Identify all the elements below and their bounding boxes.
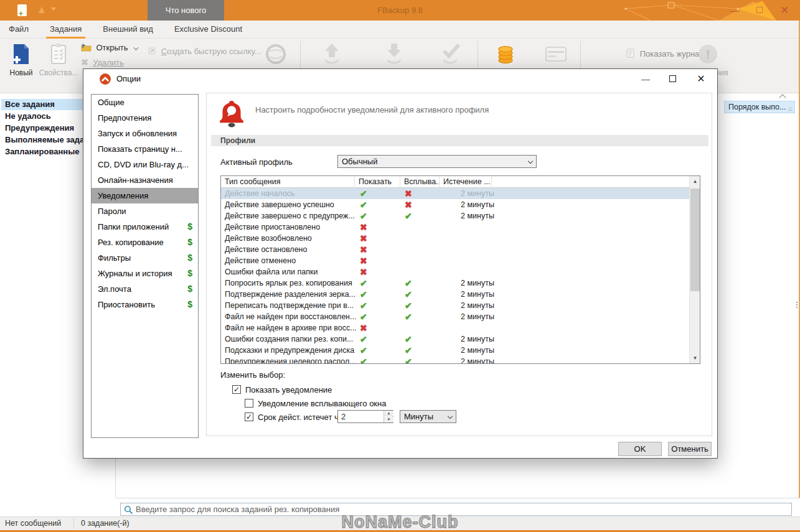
table-row[interactable]: Ошибки создания папки рез. копи...✔✔2 ми… (221, 334, 690, 345)
table-row[interactable]: Файл не найден в архиве при восс...✖ (221, 322, 690, 334)
cross-icon: ✖ (360, 233, 367, 244)
pane-splitter-handle[interactable] (796, 301, 798, 309)
check-icon: ✔ (360, 188, 367, 199)
notifications-panel: Настроить подробности уведомлений для ак… (206, 93, 712, 436)
cancel-button[interactable]: Отменить (668, 442, 712, 456)
message-type-cell: Ошибки файла или папки (225, 266, 318, 278)
order-column-header[interactable]: Порядок выпо... △ (724, 101, 795, 113)
expire-cell: 2 минуты (461, 188, 494, 199)
dollar-icon: $ (187, 281, 192, 297)
table-row[interactable]: Предупреждения целевого распол...✔✔2 мин… (221, 356, 690, 364)
category-label: Показать страницу н... (98, 144, 182, 154)
table-row[interactable]: Действие возобновлено✖ (221, 233, 690, 244)
category-item[interactable]: Показать страницу н... (92, 141, 198, 157)
ok-button[interactable]: OK (618, 442, 662, 456)
category-item[interactable]: Запуск и обновления (92, 126, 198, 141)
category-item[interactable]: Журналы и история$ (92, 266, 198, 281)
chevron-down-icon (528, 159, 533, 164)
expire-cell: 2 минуты (461, 356, 494, 364)
menu-item-Файл[interactable]: Файл (5, 21, 32, 39)
menu-item-Exclusive Discount[interactable]: Exclusive Discount (171, 21, 246, 39)
column-header[interactable]: Истечение ... (440, 176, 492, 188)
search-row: Введите запрос для поиска заданий рез. к… (116, 498, 800, 516)
table-row[interactable]: Действие завершено с предупреж...✔✔2 мин… (221, 210, 690, 222)
category-item[interactable]: Эл.почта$ (92, 281, 198, 297)
check-icon: ✔ (405, 210, 412, 222)
category-item[interactable]: CD, DVD или Blu-ray д... (92, 157, 198, 172)
whats-new-tab[interactable]: Что нового (148, 0, 224, 21)
show-notification-checkbox[interactable]: ✓ (232, 385, 241, 394)
restore-down-arrow-icon (377, 41, 412, 67)
category-label: Эл.почта (98, 284, 131, 294)
table-row[interactable]: Ошибки файла или папки✖ (221, 266, 690, 278)
scroll-down-icon[interactable]: ▼ (690, 353, 700, 363)
check-icon: ✔ (360, 289, 367, 300)
window-minimize-button[interactable]: — (724, 0, 745, 21)
category-item[interactable]: Фильтры$ (92, 250, 198, 266)
new-task-button[interactable]: Новый (4, 40, 39, 91)
check-icon: ✔ (405, 356, 412, 364)
table-row[interactable]: Подтверждение разделения зерка...✔✔2 мин… (221, 289, 690, 300)
table-row[interactable]: Действие остановлено✖ (221, 244, 690, 255)
app-window: ▲ Что нового FBackup 9.8 — ✕ ФайлЗадания… (0, 0, 800, 532)
stepper-up-icon[interactable]: ▲ (384, 411, 393, 416)
category-item[interactable]: Онлайн-назначения (92, 172, 198, 188)
category-item[interactable]: Приостановить$ (92, 297, 198, 312)
open-button[interactable]: Открыть (81, 43, 137, 52)
delete-button: ✖ Удалить (81, 57, 124, 67)
scrollbar-thumb[interactable] (690, 189, 700, 291)
table-row[interactable]: Действие завершено успешно✔✖2 минуты (221, 199, 690, 210)
dollar-icon: $ (187, 250, 192, 266)
table-row[interactable]: Действие отменено✖ (221, 255, 690, 266)
column-header[interactable]: Показать (355, 176, 400, 188)
column-header[interactable]: Всплыва... (400, 176, 440, 188)
menu-item-Внешний вид[interactable]: Внешний вид (99, 21, 157, 39)
search-input[interactable]: Введите запрос для поиска заданий рез. к… (120, 503, 792, 516)
message-type-cell: Подсказки и предупреждения диска (225, 345, 354, 356)
table-scrollbar[interactable]: ▲ ▼ (689, 176, 700, 363)
stepper-down-icon[interactable]: ▼ (384, 417, 393, 422)
table-row[interactable]: Действие началось✔✖2 минуты (221, 188, 690, 199)
column-header[interactable]: Тип сообщения (221, 176, 355, 188)
properties-button: Свойства... (41, 40, 76, 91)
category-item[interactable]: Предпочтения (92, 110, 198, 126)
search-icon (124, 505, 133, 515)
collapse-pane-icon[interactable] (778, 93, 787, 100)
expire-checkbox[interactable]: ✓ (245, 413, 253, 421)
category-item[interactable]: Пароли (92, 203, 198, 219)
active-profile-select[interactable]: Обычный (337, 155, 537, 168)
dialog-minimize-button[interactable]: — (633, 69, 658, 89)
category-item[interactable]: Уведомления (92, 188, 198, 203)
dialog-maximize-button[interactable] (660, 69, 685, 89)
category-label: Пароли (98, 207, 126, 216)
expire-cell: 2 минуты (461, 334, 494, 345)
new-backup-quick-icon[interactable] (17, 4, 27, 16)
run-backup-quick-icon[interactable]: ▲ (35, 4, 48, 16)
open-dropdown-icon[interactable] (133, 45, 138, 50)
expire-cell: 2 минуты (461, 300, 494, 311)
titlebar-decoration (613, 0, 800, 21)
menu-item-Задания[interactable]: Задания (46, 21, 85, 39)
dollar-icon: $ (187, 219, 192, 235)
category-item[interactable]: Общие (92, 95, 198, 110)
category-item[interactable]: Папки приложений$ (92, 219, 198, 235)
scroll-up-icon[interactable]: ▲ (690, 176, 700, 187)
expire-value-stepper[interactable]: 2 ▲ ▼ (337, 410, 393, 423)
dollar-icon: $ (187, 297, 192, 312)
window-close-button[interactable]: ✕ (774, 0, 795, 21)
table-row[interactable]: Попросить ярлык рез. копирования✔✔2 мину… (221, 278, 690, 289)
dialog-close-button[interactable]: ✕ (689, 69, 713, 89)
table-row[interactable]: Переписать подтверждение при в...✔✔2 мин… (221, 300, 690, 311)
quick-access-dropdown-icon[interactable] (51, 7, 56, 11)
expire-unit-select[interactable]: Минуты (400, 410, 456, 423)
check-icon: ✔ (360, 334, 367, 345)
table-row[interactable]: Файл не найден при восстановлен...✔✔2 ми… (221, 311, 690, 322)
table-row[interactable]: Действие приостановлено✖ (221, 222, 690, 233)
table-header-row: Тип сообщенияПоказатьВсплыва...Истечение… (221, 176, 690, 188)
check-icon: ✔ (360, 356, 367, 364)
category-item[interactable]: Рез. копирование$ (92, 235, 198, 250)
window-maximize-button[interactable] (749, 0, 770, 21)
table-row[interactable]: Подсказки и предупреждения диска✔✔2 мину… (221, 345, 690, 356)
message-type-cell: Файл не найден при восстановлен... (225, 311, 356, 322)
popup-notification-checkbox[interactable]: ✓ (245, 399, 253, 408)
